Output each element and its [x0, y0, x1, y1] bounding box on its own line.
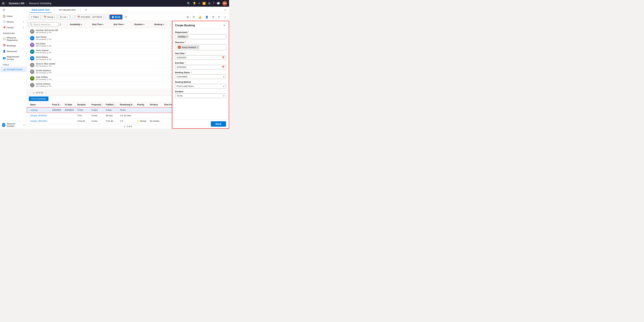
booking-col-header[interactable]: Booking ∨: [154, 23, 164, 26]
availability-col-header[interactable]: Availability ∨: [70, 23, 82, 26]
req-link-multiday[interactable]: multiday: [30, 109, 38, 111]
main-layout: ☰ 🏠 Home 🕐 Recent ∨ 📌 Pinned ∨ Schedulin…: [0, 7, 229, 129]
tab-options-icon-1[interactable]: ⋮: [52, 8, 56, 11]
settings-icon[interactable]: ⚙: [208, 2, 210, 5]
end-date-input[interactable]: 2/24/2023 📅: [175, 65, 226, 69]
close-button[interactable]: ✕: [222, 23, 226, 27]
filter-icon[interactable]: 🔽: [202, 2, 206, 5]
sidebar-label-home: Home: [7, 15, 12, 17]
add-tab-icon[interactable]: +: [84, 7, 88, 12]
grid-view-icon[interactable]: ⊞: [186, 15, 190, 19]
date-calendar-icon: 📅: [77, 16, 80, 18]
expand-arrow-3[interactable]: ›: [28, 51, 29, 52]
panel-body: Requirement * multiday ✕: [172, 29, 229, 119]
global-search-icon[interactable]: 🔍: [187, 2, 190, 5]
expand-arrow-6[interactable]: ›: [28, 71, 29, 72]
sidebar-item-recent[interactable]: 🕐 Recent ∨: [0, 19, 27, 25]
expand-arrow-4[interactable]: ›: [28, 57, 29, 59]
app-switcher-icon[interactable]: ⊞: [2, 1, 4, 5]
endtime-col-header[interactable]: End Time ∨: [114, 23, 124, 26]
booking-status-chevron-icon: ∨: [223, 75, 224, 78]
duration-col-header[interactable]: Duration ∨: [134, 23, 144, 26]
sidebar-menu-icon[interactable]: ☰: [0, 7, 27, 13]
resource-input[interactable]: AH Avery Howard ✕: [175, 44, 226, 50]
requirement-tag-remove[interactable]: ✕: [186, 36, 188, 38]
filters-button[interactable]: ▽ Filters: [29, 15, 41, 19]
sidebar-item-resource-requirements[interactable]: 📋 Resource Requireme...: [0, 35, 27, 43]
sidebar-item-bookings[interactable]: 📅 Bookings: [0, 43, 27, 48]
expand-arrow-8[interactable]: ›: [28, 84, 29, 86]
more-options-button[interactable]: •••: [124, 15, 128, 19]
tab-expand-icon[interactable]: ⤢: [224, 8, 226, 11]
settings-board-icon[interactable]: ⚙: [211, 15, 215, 19]
next-page-button[interactable]: ›: [44, 91, 47, 94]
booking-method-label: Booking Method: [175, 81, 226, 83]
end-date-calendar-icon[interactable]: 📅: [222, 66, 224, 68]
booking-method-select[interactable]: Front Load Hours ∨: [175, 84, 226, 88]
req-priority-1: [136, 115, 148, 116]
req-link-wo13941[interactable]: Sample_WO13941: [30, 120, 47, 122]
person-icon[interactable]: 👤: [204, 15, 210, 19]
starttime-col-header[interactable]: Start Time ∨: [92, 23, 104, 26]
expand-arrow-2[interactable]: ›: [28, 44, 29, 46]
sort-icon[interactable]: ⇅: [59, 23, 61, 26]
prev-page-button[interactable]: ‹: [29, 91, 32, 94]
panel-book-button[interactable]: Book: [211, 121, 226, 127]
resources-icon: 👤: [3, 50, 5, 53]
add-icon[interactable]: +: [198, 2, 200, 5]
find-availability-button[interactable]: Find Availability: [29, 96, 48, 101]
tab-options-icon-2[interactable]: ⋮: [78, 8, 82, 11]
sidebar: ☰ 🏠 Home 🕐 Recent ∨ 📌 Pinned ∨ Schedulin…: [0, 7, 27, 129]
req-next-page-button[interactable]: ›: [133, 125, 136, 128]
booking-status-select[interactable]: Committed ∨: [175, 74, 226, 79]
col-header-fulfilled: Fulfilled Durat...: [104, 103, 118, 107]
notification-icon[interactable]: 🔔: [198, 15, 202, 19]
duration-select[interactable]: 72 hrs ∧: [175, 93, 226, 98]
next-date-button[interactable]: ›: [105, 15, 108, 19]
req-link-wo00011[interactable]: Sample_WO00011: [30, 114, 47, 117]
req-prev-page-button[interactable]: ‹: [120, 125, 122, 128]
list-view-icon[interactable]: ☰: [192, 15, 196, 19]
start-date-input[interactable]: 2/20/2023 📅: [175, 55, 226, 60]
tools-section-title: Tools: [0, 62, 27, 66]
sidebar-item-schedule-board[interactable]: 📊 Schedule Board: [0, 66, 27, 72]
sidebar-item-pinned[interactable]: 📌 Pinned ∨: [0, 25, 27, 30]
toolbar: ▽ Filters 📅 Hourly ∨ ☰ List ∨ ‹ 📅 2/21/2…: [27, 13, 229, 21]
prev-date-button[interactable]: ‹: [70, 15, 74, 19]
avatar: AM: [30, 29, 34, 34]
resource-tag-remove[interactable]: ✕: [196, 46, 198, 48]
expand-arrow-7[interactable]: ›: [28, 77, 29, 79]
search-resources-input[interactable]: 🔍 Search resources: [28, 22, 58, 26]
req-proposed-0: 0 mins: [90, 108, 104, 112]
requirement-input[interactable]: multiday ✕: [175, 34, 226, 39]
refresh-icon[interactable]: ↻: [217, 15, 221, 19]
schedule-board-icon: 📊: [3, 68, 5, 71]
resource-info-8: Jeremy Johnson (0m booked) ◎ 0%: [36, 83, 52, 87]
sidebar-label-pinned: Pinned: [7, 26, 14, 29]
help-icon[interactable]: ?: [213, 2, 214, 5]
fullscreen-icon[interactable]: ⤢: [223, 15, 227, 19]
expand-arrow-5[interactable]: ›: [28, 64, 29, 66]
tab-initial-public-view[interactable]: Initial public view: [30, 7, 52, 13]
intelligence-icon[interactable]: 💡: [193, 2, 196, 5]
sidebar-item-requirement-groups[interactable]: 👥 Requirement Groups: [0, 54, 27, 62]
sidebar-bottom-item[interactable]: RS Resource Schedul... ∧: [0, 121, 27, 129]
resource-info-7: Halle Griffiths (0m booked) ◎ 0%: [36, 76, 52, 81]
view-hourly-button[interactable]: 📅 Hourly ∨: [42, 15, 57, 19]
date-range-button[interactable]: 📅 2/21/2023 - 2/27/2023: [76, 15, 104, 19]
user-avatar[interactable]: MA: [222, 1, 227, 6]
book-button[interactable]: 📋 Book: [110, 14, 122, 19]
sidebar-item-home[interactable]: 🏠 Home: [0, 13, 27, 19]
resource-name-3: Avery Howard: [36, 49, 52, 52]
expand-arrow-1[interactable]: ›: [28, 37, 29, 39]
sidebar-item-resources[interactable]: 👤 Resources: [0, 48, 27, 54]
req-to-date-0: 2/24/2023: [64, 108, 76, 112]
req-from-date-2: [51, 120, 64, 122]
top-nav-actions: 🔍 💡 + 🔽 ⚙ ? 💬 MA: [187, 1, 227, 6]
req-proposed-1: 0 mins: [90, 114, 104, 117]
tab-oncall-pool-view[interactable]: On-call pool view: [57, 7, 78, 13]
calendar-picker-icon[interactable]: 📅: [222, 56, 224, 59]
expand-arrow-0[interactable]: ›: [28, 30, 29, 32]
chat-icon[interactable]: 💬: [217, 2, 220, 5]
list-button[interactable]: ☰ List ∨: [58, 15, 70, 19]
